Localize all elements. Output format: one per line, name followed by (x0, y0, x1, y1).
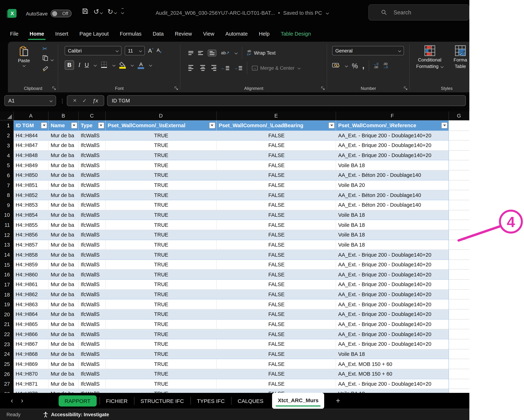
cell-name[interactable]: Mur de ba (49, 151, 79, 160)
row-header-24[interactable]: 24 (0, 349, 13, 359)
row-header-18[interactable]: 18 (0, 290, 13, 300)
cell-type[interactable]: IfcWallS (79, 349, 105, 359)
cell-load-bearing[interactable]: FALSE (217, 151, 336, 160)
row-header-22[interactable]: 22 (0, 329, 13, 339)
saved-status[interactable]: Saved to this PC (283, 10, 322, 16)
cell-load-bearing[interactable]: FALSE (217, 230, 336, 240)
cell-is-external[interactable]: TRUE (105, 170, 217, 180)
dialog-launcher-icon[interactable] (321, 86, 325, 90)
cell-load-bearing[interactable]: FALSE (217, 309, 336, 319)
empty-cell[interactable] (449, 190, 469, 200)
cell-load-bearing[interactable]: FALSE (217, 131, 336, 140)
cell-id-tgm[interactable]: H4::H860 (13, 270, 49, 280)
row-header-20[interactable]: 20 (0, 309, 13, 319)
cell-load-bearing[interactable]: FALSE (217, 200, 336, 210)
row-header-3[interactable]: 3 (0, 140, 13, 150)
table-header-cell[interactable]: ID TGM (13, 120, 49, 131)
cell-reference[interactable]: AA_Ext. - Béton 200 - Doublage140 (336, 190, 449, 200)
wrap-text-button[interactable]: abc↵ Wrap Text (247, 49, 276, 56)
sheet-tab-structure-ifc[interactable]: STRUCTURE IFC (134, 393, 191, 409)
underline-button[interactable]: U (85, 62, 89, 68)
cell-load-bearing[interactable]: FALSE (217, 349, 336, 359)
font-color-icon[interactable]: A (138, 61, 144, 69)
empty-cell[interactable] (449, 319, 469, 329)
column-header-B[interactable]: B (49, 111, 79, 120)
empty-cell[interactable] (449, 359, 469, 369)
cell-reference[interactable]: AA_Ext. - Brique 200 - Doublage140+20 (336, 339, 449, 349)
cell-name[interactable]: Mur de ba (49, 200, 79, 210)
cell-is-external[interactable]: TRUE (105, 290, 217, 300)
sheet-tab-rapport[interactable]: RAPPORT (58, 395, 97, 406)
cell-load-bearing[interactable]: FALSE (217, 329, 336, 339)
table-header-cell[interactable]: Pset_WallCommon/_\Reference (336, 120, 449, 131)
cell-id-tgm[interactable]: H4::H854 (13, 210, 49, 220)
row-header-12[interactable]: 12 (0, 230, 13, 240)
align-right-icon[interactable] (211, 65, 216, 71)
filter-button[interactable] (71, 122, 77, 129)
row-header-25[interactable]: 25 (0, 359, 13, 369)
cell-reference[interactable]: AA_Ext. - Brique 200 - Doublage140+20 (336, 300, 449, 309)
empty-cell[interactable] (449, 290, 469, 300)
cut-icon[interactable]: ✂ (42, 46, 47, 52)
cell-name[interactable]: Mur de ba (49, 339, 79, 349)
cell-is-external[interactable]: TRUE (105, 329, 217, 339)
cell-is-external[interactable]: TRUE (105, 339, 217, 349)
align-center-icon[interactable] (198, 65, 207, 71)
cell-name[interactable]: Mur de ba (49, 190, 79, 200)
cell-type[interactable]: IfcWallS (79, 290, 105, 300)
sheet-nav-next-icon[interactable]: › (21, 397, 23, 405)
empty-cell[interactable] (449, 300, 469, 309)
cell-is-external[interactable]: TRUE (105, 379, 217, 389)
table-header-cell[interactable]: Type (79, 120, 105, 131)
orientation-icon[interactable]: ab↗ (221, 50, 229, 55)
cell-type[interactable]: IfcWallS (79, 230, 105, 240)
cell-type[interactable]: IfcWallS (79, 260, 105, 270)
empty-cell[interactable] (449, 349, 469, 359)
row-header-15[interactable]: 15 (0, 260, 13, 270)
cell-reference[interactable]: AA_Ext. - Brique 200 - Doublage140+20 (336, 379, 449, 389)
cell-type[interactable]: IfcWallS (79, 270, 105, 280)
empty-cell[interactable] (449, 120, 469, 131)
empty-cell[interactable] (449, 230, 469, 240)
autosave-toggle[interactable]: Off (51, 10, 71, 17)
sheet-tab-calques[interactable]: CALQUES (231, 393, 270, 409)
empty-cell[interactable] (449, 220, 469, 230)
cell-reference[interactable]: AA_Ext. - Brique 200 - Doublage140+20 (336, 290, 449, 300)
cell-is-external[interactable]: TRUE (105, 359, 217, 369)
empty-cell[interactable] (449, 329, 469, 339)
cell-name[interactable]: Mur de ba (49, 230, 79, 240)
borders-icon[interactable] (101, 61, 107, 69)
cell-id-tgm[interactable]: H4::H867 (13, 339, 49, 349)
accessibility-status[interactable]: Accessibility: Investigate (43, 411, 109, 418)
cell-load-bearing[interactable]: FALSE (217, 379, 336, 389)
copy-icon[interactable] (42, 55, 53, 62)
cell-id-tgm[interactable]: H4::H865 (13, 319, 49, 329)
cell-type[interactable]: IfcWallS (79, 131, 105, 140)
cell-id-tgm[interactable]: H4::H855 (13, 220, 49, 230)
cell-id-tgm[interactable]: H4::H858 (13, 250, 49, 260)
cell-reference[interactable]: AA_Ext. MOB 150 + 60 (336, 359, 449, 369)
column-header-A[interactable]: A (13, 111, 49, 120)
empty-cell[interactable] (449, 309, 469, 319)
cell-id-tgm[interactable]: H4::H859 (13, 260, 49, 270)
cell-load-bearing[interactable]: FALSE (217, 339, 336, 349)
cell-name[interactable]: Mur de ba (49, 300, 79, 309)
row-header-5[interactable]: 5 (0, 160, 13, 170)
row-header-4[interactable]: 4 (0, 151, 13, 160)
filter-button[interactable] (209, 122, 215, 129)
row-header-21[interactable]: 21 (0, 319, 13, 329)
decrease-indent-icon[interactable]: ← (221, 66, 229, 70)
comma-style-icon[interactable]: , (362, 62, 364, 70)
cancel-icon[interactable]: × (73, 97, 77, 104)
cell-type[interactable]: IfcWallS (79, 359, 105, 369)
tab-home[interactable]: Home (29, 29, 45, 39)
font-name-select[interactable]: Calibri (65, 46, 122, 55)
empty-cell[interactable] (449, 260, 469, 270)
cell-type[interactable]: IfcWallS (79, 151, 105, 160)
cell-id-tgm[interactable]: H4::H844 (13, 131, 49, 140)
cell-name[interactable]: Mur de ba (49, 220, 79, 230)
cell-name[interactable]: Mur de ba (49, 160, 79, 170)
cell-reference[interactable]: AA_Ext. - Béton 200 - Doublage140 (336, 200, 449, 210)
cell-name[interactable]: Mur de ba (49, 389, 79, 393)
row-header-2[interactable]: 2 (0, 131, 13, 140)
